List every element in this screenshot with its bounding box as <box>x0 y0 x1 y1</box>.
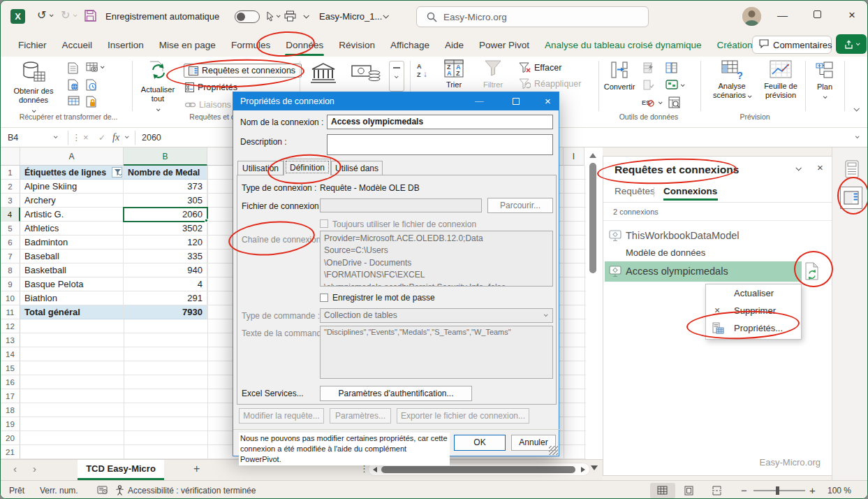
name-box[interactable]: B4 <box>8 133 18 143</box>
dialog-minimize-icon[interactable]: — <box>475 92 484 110</box>
edit-query-button[interactable]: Modifier la requête... <box>239 408 324 424</box>
reapply-filter-button[interactable]: Réappliquer <box>519 78 581 89</box>
row-header-12[interactable]: 12 <box>1 319 20 333</box>
tab-accueil[interactable]: Accueil <box>54 34 101 56</box>
fill-handle[interactable] <box>205 219 208 222</box>
consolidate-icon[interactable] <box>665 80 678 94</box>
next-sheet-icon[interactable]: › <box>33 463 36 475</box>
row-header-15[interactable]: 15 <box>1 361 20 375</box>
excel-logo-icon[interactable]: X <box>10 9 25 24</box>
document-title[interactable]: Easy-Micro_1... <box>319 11 382 22</box>
row-header-14[interactable]: 14 <box>1 347 20 361</box>
dialog-maximize-icon[interactable] <box>513 98 520 105</box>
sheet-tab-active[interactable]: TCD Easy-Micro <box>78 460 164 480</box>
row-header-16[interactable]: 16 <box>1 375 20 389</box>
zoom-out-button[interactable]: − <box>741 484 747 496</box>
queries-connections-button[interactable]: Requêtes et connexions <box>184 64 302 78</box>
scroll-left-arrow[interactable] <box>373 467 377 472</box>
menu-item-proprietes[interactable]: Propriétés... <box>706 319 801 337</box>
save-icon[interactable] <box>84 10 96 24</box>
export-connection-button[interactable]: Exporter le fichier de connexion... <box>397 408 529 424</box>
expand-formula-bar-icon[interactable] <box>855 134 860 138</box>
clear-filter-button[interactable]: Effacer <box>519 62 561 73</box>
row-header-13[interactable]: 13 <box>1 333 20 347</box>
data-type-currency-icon[interactable] <box>351 64 382 86</box>
collapse-ribbon-icon[interactable] <box>853 106 859 111</box>
row-header-4[interactable]: 4 <box>1 208 20 222</box>
comments-button[interactable]: Commentaires <box>752 36 832 54</box>
get-data-button[interactable]: Obtenir des données <box>8 61 59 115</box>
row-header-10[interactable]: 10 <box>1 291 20 305</box>
connection-string-box[interactable]: Provider=Microsoft.ACE.OLEDB.12.0;Data S… <box>320 231 553 287</box>
queries-pane-toggle[interactable] <box>840 187 862 209</box>
properties-pane-icon[interactable] <box>844 160 860 181</box>
scroll-right-arrow[interactable] <box>581 467 585 472</box>
existing-connections-icon[interactable] <box>86 96 96 110</box>
dialog-close-icon[interactable]: × <box>545 92 551 110</box>
consolidate-dropdown-icon[interactable] <box>681 82 685 87</box>
browse-button[interactable]: Parcourir... <box>487 198 553 213</box>
tab-mise-en-page[interactable]: Mise en page <box>152 34 223 56</box>
status-accessibility[interactable]: Accessibilité : vérification terminée <box>128 486 256 496</box>
refresh-connection-icon[interactable] <box>804 262 819 283</box>
data-types-gallery-scroll[interactable] <box>389 61 404 92</box>
remove-duplicates-icon[interactable] <box>665 62 677 76</box>
relationships-icon[interactable]: ES <box>642 97 654 110</box>
sort-az-icon[interactable]: AZ ↓ <box>417 64 427 78</box>
touch-mode-icon[interactable] <box>266 11 274 24</box>
row-header-18[interactable]: 18 <box>1 403 20 417</box>
vertical-scrollbar-thumb[interactable] <box>589 163 596 273</box>
tab-analyse-tcd[interactable]: Analyse du tableau croisé dynamique <box>537 34 709 56</box>
connection-item-access[interactable]: Access olympicmedals <box>605 261 802 282</box>
row-header-1[interactable]: 1 <box>1 166 20 180</box>
recent-sources-icon[interactable] <box>86 79 96 94</box>
row-header-17[interactable]: 17 <box>1 389 20 403</box>
tab-fichier[interactable]: Fichier <box>10 34 54 56</box>
row-header-21[interactable]: 21 <box>1 445 20 459</box>
zoom-in-button[interactable]: + <box>809 484 816 496</box>
horizontal-scrollbar-thumb[interactable] <box>381 466 575 473</box>
display-settings-icon[interactable] <box>97 486 108 498</box>
fx-dropdown-icon[interactable] <box>125 134 129 138</box>
select-all-corner[interactable] <box>1 147 20 166</box>
tab-donnees[interactable]: Données <box>278 34 331 56</box>
avatar[interactable] <box>742 7 761 26</box>
row-header-3[interactable]: 3 <box>1 194 20 208</box>
row-header-9[interactable]: 9 <box>1 277 20 291</box>
close-button[interactable]: × <box>848 8 855 22</box>
scroll-up-arrow[interactable] <box>589 153 596 158</box>
manage-data-model-icon[interactable] <box>668 96 680 111</box>
minimize-button[interactable]: — <box>777 9 788 21</box>
connection-name-input[interactable]: Access olympicmedals <box>327 115 553 129</box>
autosave-toggle[interactable] <box>235 10 260 23</box>
view-page-break-icon[interactable] <box>712 486 722 498</box>
zoom-slider-track[interactable] <box>753 490 805 491</box>
refresh-all-button[interactable]: Actualiser tout <box>136 61 179 113</box>
data-type-bank-icon[interactable] <box>309 62 337 87</box>
enter-formula-icon[interactable]: ✓ <box>98 133 105 143</box>
convert-button[interactable]: Convertir <box>601 61 638 92</box>
connection-item-datamodel[interactable]: ThisWorkbookDataModel <box>603 228 802 245</box>
data-validation-icon[interactable] <box>643 80 654 93</box>
add-sheet-button[interactable]: + <box>193 463 200 475</box>
panel-close-icon[interactable]: × <box>817 161 823 173</box>
sort-button[interactable]: ZAAZ Trier <box>438 59 470 89</box>
name-box-dropdown-icon[interactable] <box>54 134 58 138</box>
tab-revision[interactable]: Révision <box>331 34 383 56</box>
dialog-resize-grip[interactable] <box>549 446 558 455</box>
tab-formules[interactable]: Formules <box>223 34 278 56</box>
panel-options-icon[interactable] <box>795 165 801 171</box>
from-web-icon[interactable] <box>68 79 78 94</box>
tab-insertion[interactable]: Insertion <box>100 34 152 56</box>
search-box[interactable]: Easy-Micro.org <box>416 6 649 27</box>
menu-item-supprimer[interactable]: × Supprimer <box>706 302 801 319</box>
selected-cell-b4[interactable]: 2060 <box>124 208 207 222</box>
accessibility-icon[interactable] <box>115 485 124 498</box>
undo-button[interactable]: ↺ <box>37 8 46 22</box>
always-use-file-checkbox[interactable] <box>320 219 328 228</box>
column-header-b[interactable]: B <box>124 147 207 166</box>
save-password-checkbox[interactable] <box>320 294 328 302</box>
quick-access-dropdown-icon[interactable] <box>303 13 309 18</box>
ok-button[interactable]: OK <box>454 435 506 451</box>
pivot-filter-icon[interactable] <box>112 167 122 178</box>
